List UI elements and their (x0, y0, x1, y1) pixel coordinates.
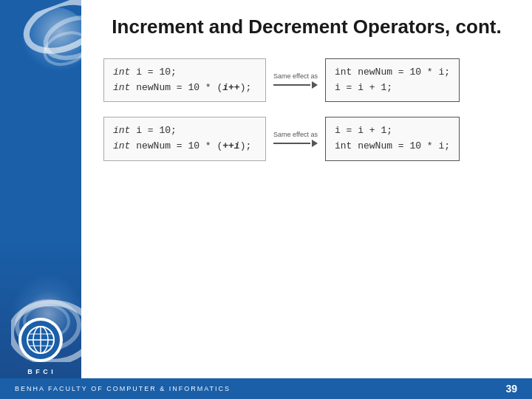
example-row-2: int i = 10; int newNum = 10 * (++i); Sam… (103, 117, 510, 161)
example2-line2: int newNum = 10 * (++i); (113, 139, 256, 154)
arrow-shaft-1 (273, 84, 310, 86)
bottom-bar-text: Benha Faculty of Computer & Informatics (15, 385, 231, 392)
example2-line1: int i = 10; (113, 123, 256, 139)
example1-right-line1: int newNum = 10 * i; (335, 65, 450, 81)
arrow-shaft-2 (273, 143, 310, 144)
example1-arrow-group: Same effect as (273, 72, 318, 89)
logo-inner (21, 321, 60, 359)
code-examples: int i = 10; int newNum = 10 * (i++); Sam… (103, 58, 510, 161)
example1-line2: int newNum = 10 * (i++); (113, 81, 256, 96)
example1-same-effect-label: Same effect as (273, 72, 318, 80)
example2-arrow (273, 140, 318, 147)
example2-arrow-group: Same effect as (273, 131, 318, 147)
bfci-label: B F C I (27, 368, 54, 375)
example1-right-code: int newNum = 10 * i; i = i + 1; (325, 58, 460, 103)
example2-right-code: i = i + 1; int newNum = 10 * i; (325, 117, 460, 161)
example2-right-line1: i = i + 1; (335, 123, 450, 139)
slide-title: Increment and Decrement Operators, cont. (103, 15, 510, 40)
bottom-bar: Benha Faculty of Computer & Informatics … (0, 378, 532, 399)
example2-same-effect-label: Same effect as (273, 131, 318, 138)
example2-left-code: int i = 10; int newNum = 10 * (++i); (103, 117, 266, 161)
arrow-head-1 (312, 81, 318, 89)
logo-container (18, 318, 63, 362)
left-sidebar: B F C I (0, 0, 81, 399)
example1-line1: int i = 10; (113, 65, 256, 81)
example1-arrow (273, 81, 318, 89)
example1-right-line2: i = i + 1; (335, 81, 450, 96)
example2-right-line2: int newNum = 10 * i; (335, 139, 450, 154)
arrow-head-2 (312, 140, 318, 147)
main-content: Increment and Decrement Operators, cont.… (81, 0, 532, 378)
example-row-1: int i = 10; int newNum = 10 * (i++); Sam… (103, 58, 510, 103)
page-number: 39 (505, 383, 517, 395)
example1-left-code: int i = 10; int newNum = 10 * (i++); (103, 58, 266, 103)
